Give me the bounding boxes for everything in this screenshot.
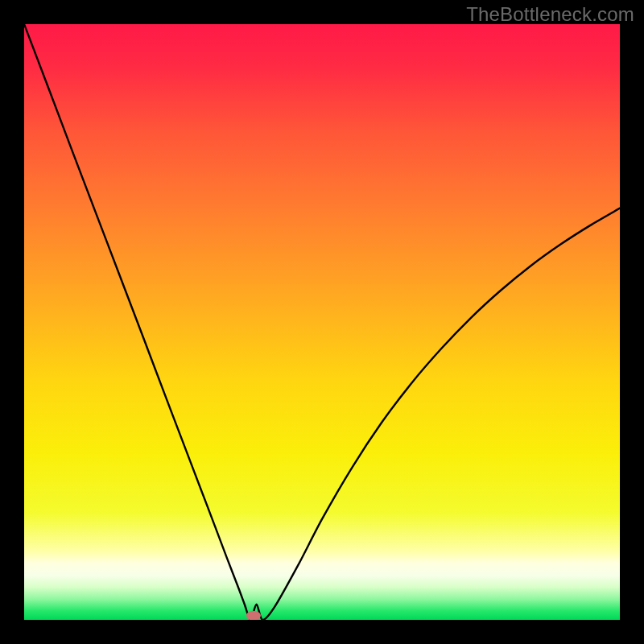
watermark-text: TheBottleneck.com [466,3,634,26]
chart-frame: TheBottleneck.com [0,0,644,644]
plot-area [24,24,620,620]
bottleneck-chart [24,24,620,620]
gradient-background [24,24,620,620]
